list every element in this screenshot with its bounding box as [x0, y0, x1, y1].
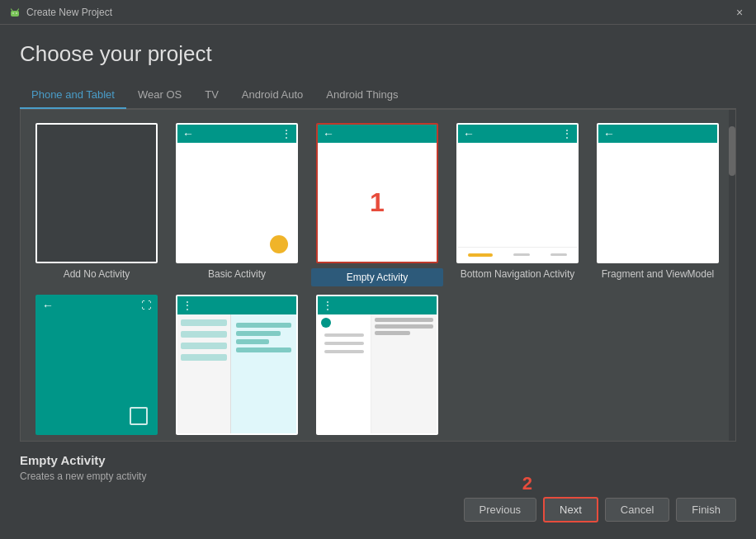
close-button[interactable]: × — [731, 4, 748, 21]
label-master-detail: Master/Detail Flow — [192, 440, 281, 442]
title-bar: Create New Project × — [0, 0, 756, 25]
label-basic-activity: Basic Activity — [205, 268, 269, 280]
svg-rect-2 — [11, 11, 19, 17]
main-content: Choose your project Phone and Tablet Wea… — [0, 25, 756, 539]
menu-dots-icon: ⋮ — [281, 128, 291, 139]
tab-tv[interactable]: TV — [193, 82, 230, 109]
back-arrow-icon: ← — [323, 127, 334, 140]
tab-wear-os[interactable]: Wear OS — [126, 82, 193, 109]
gallery-item-master-detail[interactable]: ⋮ — [171, 295, 303, 442]
gallery-item-empty-activity[interactable]: ← 1 Empty Activity — [311, 123, 443, 286]
info-section: Empty Activity Creates a new empty activ… — [20, 442, 736, 490]
scrollbar-track[interactable] — [729, 110, 735, 441]
info-title: Empty Activity — [20, 453, 736, 467]
finish-button[interactable]: Finish — [676, 498, 736, 522]
menu-dots-icon: ⋮ — [182, 300, 192, 311]
fab-icon — [270, 235, 288, 253]
page-title: Choose your project — [20, 41, 736, 67]
label-fullscreen: Fullscreen Activity — [54, 440, 139, 442]
thumb-fullscreen: ← ⛶ — [35, 295, 158, 435]
menu-dots-icon: ⋮ — [562, 128, 572, 139]
gallery-item-basic-activity[interactable]: ← ⋮ Basic Activity — [171, 123, 303, 286]
label-empty-activity: Empty Activity — [311, 268, 443, 286]
gallery-item-nav-drawer[interactable]: ⋮ — [311, 295, 443, 442]
svg-line-3 — [12, 9, 13, 11]
tab-phone-tablet[interactable]: Phone and Tablet — [20, 82, 126, 109]
android-icon — [8, 6, 21, 19]
thumb-master-detail: ⋮ — [176, 295, 298, 435]
thumb-nav-drawer: ⋮ — [316, 295, 438, 435]
tab-android-auto[interactable]: Android Auto — [230, 82, 314, 109]
gallery-item-add-no-activity[interactable]: Add No Activity — [31, 123, 163, 286]
menu-dots-icon: ⋮ — [323, 300, 333, 311]
fullscreen-icon: ⛶ — [141, 300, 151, 311]
gallery-item-bottom-nav[interactable]: ← ⋮ Bottom Navigation Activity — [451, 123, 584, 286]
previous-button[interactable]: Previous — [464, 498, 537, 522]
window: Create New Project × Choose your project… — [0, 0, 756, 539]
next-button[interactable]: Next — [543, 497, 598, 522]
title-bar-left: Create New Project — [8, 6, 112, 19]
annotation-2: 2 — [522, 473, 532, 494]
label-fragment-viewmodel: Fragment and ViewModel — [598, 268, 718, 280]
annotation-1: 1 — [370, 187, 385, 218]
thumb-fragment-viewmodel: ← — [597, 123, 719, 263]
svg-point-6 — [16, 12, 17, 13]
gallery-grid: Add No Activity ← ⋮ — [21, 110, 735, 442]
tab-android-things[interactable]: Android Things — [314, 82, 409, 109]
back-arrow-icon: ← — [182, 127, 194, 140]
gallery-item-fragment-viewmodel[interactable]: ← Fragment and ViewModel — [592, 123, 724, 286]
svg-line-4 — [17, 9, 19, 11]
tabs-bar: Phone and Tablet Wear OS TV Android Auto… — [20, 82, 736, 109]
label-add-no-activity: Add No Activity — [60, 268, 134, 280]
title-bar-title: Create New Project — [26, 7, 112, 18]
back-arrow-icon: ← — [603, 127, 615, 140]
back-arrow-icon: ← — [42, 299, 54, 312]
footer: 2 Previous Next Cancel Finish — [20, 490, 736, 526]
label-nav-drawer: Navigation Drawer Activity — [316, 440, 437, 442]
cancel-button[interactable]: Cancel — [605, 498, 669, 522]
scrollbar-thumb[interactable] — [729, 126, 735, 176]
thumb-bottom-nav: ← ⋮ — [456, 123, 579, 263]
back-arrow-icon: ← — [463, 127, 475, 140]
thumb-basic-activity: ← ⋮ — [176, 123, 298, 263]
thumb-add-no-activity — [35, 123, 158, 263]
gallery-item-fullscreen[interactable]: ← ⛶ Fullscreen Activity — [31, 295, 163, 442]
svg-point-5 — [12, 12, 13, 13]
label-bottom-nav: Bottom Navigation Activity — [457, 268, 579, 280]
thumb-empty-activity: ← 1 — [316, 123, 438, 263]
info-desc: Creates a new empty activity — [20, 470, 736, 482]
gallery-container: Add No Activity ← ⋮ — [20, 109, 736, 442]
